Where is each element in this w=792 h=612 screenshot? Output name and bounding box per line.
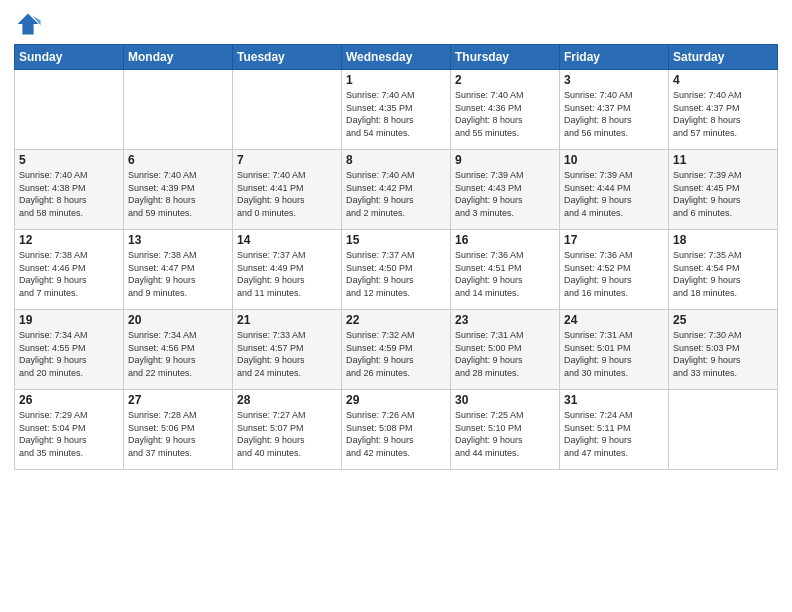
- calendar-cell: 24Sunrise: 7:31 AMSunset: 5:01 PMDayligh…: [560, 310, 669, 390]
- day-info: Sunrise: 7:33 AMSunset: 4:57 PMDaylight:…: [237, 329, 337, 379]
- day-number: 29: [346, 393, 446, 407]
- day-number: 21: [237, 313, 337, 327]
- day-number: 20: [128, 313, 228, 327]
- calendar-cell: 21Sunrise: 7:33 AMSunset: 4:57 PMDayligh…: [233, 310, 342, 390]
- calendar-cell: 26Sunrise: 7:29 AMSunset: 5:04 PMDayligh…: [15, 390, 124, 470]
- day-info: Sunrise: 7:26 AMSunset: 5:08 PMDaylight:…: [346, 409, 446, 459]
- day-info: Sunrise: 7:30 AMSunset: 5:03 PMDaylight:…: [673, 329, 773, 379]
- day-info: Sunrise: 7:37 AMSunset: 4:50 PMDaylight:…: [346, 249, 446, 299]
- day-info: Sunrise: 7:24 AMSunset: 5:11 PMDaylight:…: [564, 409, 664, 459]
- weekday-header: Friday: [560, 45, 669, 70]
- day-number: 31: [564, 393, 664, 407]
- day-number: 2: [455, 73, 555, 87]
- day-number: 10: [564, 153, 664, 167]
- page-header: [14, 10, 778, 38]
- calendar-cell: 25Sunrise: 7:30 AMSunset: 5:03 PMDayligh…: [669, 310, 778, 390]
- day-number: 9: [455, 153, 555, 167]
- calendar-cell: 31Sunrise: 7:24 AMSunset: 5:11 PMDayligh…: [560, 390, 669, 470]
- calendar-cell: 16Sunrise: 7:36 AMSunset: 4:51 PMDayligh…: [451, 230, 560, 310]
- day-number: 24: [564, 313, 664, 327]
- day-number: 18: [673, 233, 773, 247]
- calendar-week-row: 5Sunrise: 7:40 AMSunset: 4:38 PMDaylight…: [15, 150, 778, 230]
- day-info: Sunrise: 7:32 AMSunset: 4:59 PMDaylight:…: [346, 329, 446, 379]
- calendar-week-row: 1Sunrise: 7:40 AMSunset: 4:35 PMDaylight…: [15, 70, 778, 150]
- day-info: Sunrise: 7:40 AMSunset: 4:37 PMDaylight:…: [564, 89, 664, 139]
- calendar-body: 1Sunrise: 7:40 AMSunset: 4:35 PMDaylight…: [15, 70, 778, 470]
- calendar-cell: 23Sunrise: 7:31 AMSunset: 5:00 PMDayligh…: [451, 310, 560, 390]
- day-number: 11: [673, 153, 773, 167]
- day-number: 14: [237, 233, 337, 247]
- logo-icon: [14, 10, 42, 38]
- logo: [14, 10, 46, 38]
- day-number: 16: [455, 233, 555, 247]
- day-number: 3: [564, 73, 664, 87]
- day-number: 4: [673, 73, 773, 87]
- day-number: 19: [19, 313, 119, 327]
- day-number: 30: [455, 393, 555, 407]
- day-info: Sunrise: 7:27 AMSunset: 5:07 PMDaylight:…: [237, 409, 337, 459]
- weekday-header: Saturday: [669, 45, 778, 70]
- weekday-header: Tuesday: [233, 45, 342, 70]
- calendar-table: SundayMondayTuesdayWednesdayThursdayFrid…: [14, 44, 778, 470]
- day-info: Sunrise: 7:34 AMSunset: 4:55 PMDaylight:…: [19, 329, 119, 379]
- calendar-cell: 27Sunrise: 7:28 AMSunset: 5:06 PMDayligh…: [124, 390, 233, 470]
- day-info: Sunrise: 7:38 AMSunset: 4:46 PMDaylight:…: [19, 249, 119, 299]
- day-number: 6: [128, 153, 228, 167]
- calendar-cell: 2Sunrise: 7:40 AMSunset: 4:36 PMDaylight…: [451, 70, 560, 150]
- calendar-cell: 15Sunrise: 7:37 AMSunset: 4:50 PMDayligh…: [342, 230, 451, 310]
- day-number: 5: [19, 153, 119, 167]
- day-info: Sunrise: 7:25 AMSunset: 5:10 PMDaylight:…: [455, 409, 555, 459]
- calendar-cell: [669, 390, 778, 470]
- day-info: Sunrise: 7:40 AMSunset: 4:42 PMDaylight:…: [346, 169, 446, 219]
- day-info: Sunrise: 7:36 AMSunset: 4:51 PMDaylight:…: [455, 249, 555, 299]
- day-number: 7: [237, 153, 337, 167]
- day-info: Sunrise: 7:40 AMSunset: 4:39 PMDaylight:…: [128, 169, 228, 219]
- calendar-cell: 3Sunrise: 7:40 AMSunset: 4:37 PMDaylight…: [560, 70, 669, 150]
- day-info: Sunrise: 7:39 AMSunset: 4:44 PMDaylight:…: [564, 169, 664, 219]
- calendar-cell: 13Sunrise: 7:38 AMSunset: 4:47 PMDayligh…: [124, 230, 233, 310]
- day-info: Sunrise: 7:40 AMSunset: 4:37 PMDaylight:…: [673, 89, 773, 139]
- calendar-cell: 8Sunrise: 7:40 AMSunset: 4:42 PMDaylight…: [342, 150, 451, 230]
- calendar-cell: 20Sunrise: 7:34 AMSunset: 4:56 PMDayligh…: [124, 310, 233, 390]
- calendar-cell: 18Sunrise: 7:35 AMSunset: 4:54 PMDayligh…: [669, 230, 778, 310]
- calendar-cell: 4Sunrise: 7:40 AMSunset: 4:37 PMDaylight…: [669, 70, 778, 150]
- day-info: Sunrise: 7:37 AMSunset: 4:49 PMDaylight:…: [237, 249, 337, 299]
- calendar-cell: 12Sunrise: 7:38 AMSunset: 4:46 PMDayligh…: [15, 230, 124, 310]
- calendar-cell: [15, 70, 124, 150]
- weekday-header: Thursday: [451, 45, 560, 70]
- weekday-header: Wednesday: [342, 45, 451, 70]
- day-number: 8: [346, 153, 446, 167]
- calendar-cell: 1Sunrise: 7:40 AMSunset: 4:35 PMDaylight…: [342, 70, 451, 150]
- calendar-header: SundayMondayTuesdayWednesdayThursdayFrid…: [15, 45, 778, 70]
- day-number: 25: [673, 313, 773, 327]
- page-container: SundayMondayTuesdayWednesdayThursdayFrid…: [0, 0, 792, 612]
- calendar-cell: 14Sunrise: 7:37 AMSunset: 4:49 PMDayligh…: [233, 230, 342, 310]
- day-info: Sunrise: 7:29 AMSunset: 5:04 PMDaylight:…: [19, 409, 119, 459]
- calendar-cell: 22Sunrise: 7:32 AMSunset: 4:59 PMDayligh…: [342, 310, 451, 390]
- day-info: Sunrise: 7:36 AMSunset: 4:52 PMDaylight:…: [564, 249, 664, 299]
- day-number: 28: [237, 393, 337, 407]
- calendar-cell: 9Sunrise: 7:39 AMSunset: 4:43 PMDaylight…: [451, 150, 560, 230]
- calendar-cell: 6Sunrise: 7:40 AMSunset: 4:39 PMDaylight…: [124, 150, 233, 230]
- day-info: Sunrise: 7:31 AMSunset: 5:00 PMDaylight:…: [455, 329, 555, 379]
- weekday-row: SundayMondayTuesdayWednesdayThursdayFrid…: [15, 45, 778, 70]
- weekday-header: Sunday: [15, 45, 124, 70]
- calendar-cell: 10Sunrise: 7:39 AMSunset: 4:44 PMDayligh…: [560, 150, 669, 230]
- calendar-cell: 29Sunrise: 7:26 AMSunset: 5:08 PMDayligh…: [342, 390, 451, 470]
- calendar-cell: 28Sunrise: 7:27 AMSunset: 5:07 PMDayligh…: [233, 390, 342, 470]
- calendar-cell: 30Sunrise: 7:25 AMSunset: 5:10 PMDayligh…: [451, 390, 560, 470]
- calendar-cell: 19Sunrise: 7:34 AMSunset: 4:55 PMDayligh…: [15, 310, 124, 390]
- day-number: 22: [346, 313, 446, 327]
- calendar-cell: [124, 70, 233, 150]
- day-number: 1: [346, 73, 446, 87]
- calendar-week-row: 12Sunrise: 7:38 AMSunset: 4:46 PMDayligh…: [15, 230, 778, 310]
- day-number: 15: [346, 233, 446, 247]
- day-info: Sunrise: 7:40 AMSunset: 4:41 PMDaylight:…: [237, 169, 337, 219]
- day-info: Sunrise: 7:31 AMSunset: 5:01 PMDaylight:…: [564, 329, 664, 379]
- day-number: 13: [128, 233, 228, 247]
- weekday-header: Monday: [124, 45, 233, 70]
- day-info: Sunrise: 7:35 AMSunset: 4:54 PMDaylight:…: [673, 249, 773, 299]
- calendar-cell: 7Sunrise: 7:40 AMSunset: 4:41 PMDaylight…: [233, 150, 342, 230]
- day-number: 12: [19, 233, 119, 247]
- day-info: Sunrise: 7:39 AMSunset: 4:45 PMDaylight:…: [673, 169, 773, 219]
